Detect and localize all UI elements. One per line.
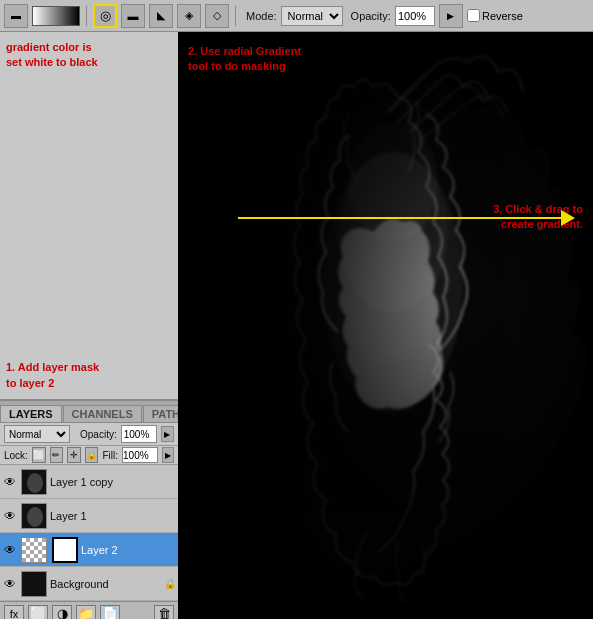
layer-delete-btn[interactable]: 🗑 (154, 605, 174, 620)
opacity-input-layers[interactable] (121, 425, 157, 443)
layer-name-1-copy: Layer 1 copy (50, 476, 176, 488)
layer-fx-btn[interactable]: fx (4, 605, 24, 620)
opacity-arrow[interactable]: ▶ (439, 4, 463, 28)
separator-1 (86, 6, 87, 26)
svg-point-0 (27, 473, 43, 493)
annotation-top-left: gradient color isset white to black (6, 40, 98, 71)
layer-row-background[interactable]: 👁 Background 🔒 (0, 567, 178, 601)
lock-position-btn[interactable]: ✛ (67, 447, 81, 463)
fill-input[interactable] (122, 447, 158, 463)
layer-eye-1[interactable]: 👁 (2, 508, 18, 524)
fill-label: Fill: (102, 450, 118, 461)
canvas-image: 2. Use radial Gradienttool to do masking… (178, 32, 593, 619)
layer-adjustment-btn[interactable]: ◑ (52, 605, 72, 620)
reverse-checkbox[interactable] (467, 9, 480, 22)
layer-thumb-2 (21, 537, 47, 563)
annotation-top-left-text: gradient color isset white to black (6, 41, 98, 68)
opacity-input[interactable] (395, 6, 435, 26)
layers-tabs: LAYERS CHANNELS PATHS ≡ (0, 401, 178, 423)
fill-arrow[interactable]: ▶ (162, 447, 174, 463)
layer-eye-1-copy[interactable]: 👁 (2, 474, 18, 490)
reflected-gradient-btn[interactable]: ◈ (177, 4, 201, 28)
lock-row: Lock: ⬜ ✏ ✛ 🔒 Fill: ▶ (0, 446, 178, 465)
gradient-color-preview[interactable] (32, 6, 80, 26)
canvas-area: 2. Use radial Gradienttool to do masking… (178, 32, 593, 619)
opacity-label: Opacity: (351, 10, 391, 22)
lock-all-btn[interactable]: 🔒 (85, 447, 99, 463)
layers-bottom-toolbar: fx ⬜ ◑ 📁 📄 🗑 (0, 601, 178, 619)
annotation-bottom-left: 1. Add layer maskto layer 2 (6, 360, 99, 391)
linear-gradient-btn[interactable]: ▬ (121, 4, 145, 28)
layer-eye-2[interactable]: 👁 (2, 542, 18, 558)
layer-thumb-1 (21, 503, 47, 529)
yellow-arrow-container (238, 210, 575, 226)
layer-mask-2 (52, 537, 78, 563)
canvas-annotation-top-text: 2. Use radial Gradienttool to do masking (188, 45, 301, 72)
layer-name-bg: Background (50, 578, 161, 590)
layer-new-btn[interactable]: 📄 (100, 605, 120, 620)
layer-name-1: Layer 1 (50, 510, 176, 522)
yellow-arrow-head (561, 210, 575, 226)
reverse-text: Reverse (482, 10, 523, 22)
layer-thumb-bg (21, 571, 47, 597)
lock-image-btn[interactable]: ✏ (50, 447, 64, 463)
mode-label: Mode: (246, 10, 277, 22)
opacity-arrow-layers[interactable]: ▶ (161, 426, 174, 442)
main-area: gradient color isset white to black 1. A… (0, 32, 593, 619)
layers-panel: LAYERS CHANNELS PATHS ≡ Normal Opacity: … (0, 399, 178, 619)
top-toolbar: ▬ ◎ ▬ ◣ ◈ ◇ Mode: Normal Opacity: ▶ Reve… (0, 0, 593, 32)
layer-eye-bg[interactable]: 👁 (2, 576, 18, 592)
canvas-annotation-top: 2. Use radial Gradienttool to do masking (188, 44, 301, 75)
angle-gradient-btn[interactable]: ◣ (149, 4, 173, 28)
lock-icon-bg: 🔒 (164, 578, 176, 589)
lock-transparent-btn[interactable]: ⬜ (32, 447, 46, 463)
yellow-arrow-line (238, 217, 561, 219)
svg-rect-2 (22, 572, 47, 597)
diamond-gradient-btn[interactable]: ◇ (205, 4, 229, 28)
radial-gradient-btn[interactable]: ◎ (93, 4, 117, 28)
layer-thumb-1-copy (21, 469, 47, 495)
separator-2 (235, 6, 236, 26)
mode-select[interactable]: Normal (281, 6, 343, 26)
annotation-bottom-left-text: 1. Add layer maskto layer 2 (6, 361, 99, 388)
layer-row-1[interactable]: 👁 Layer 1 (0, 499, 178, 533)
layer-group-btn[interactable]: 📁 (76, 605, 96, 620)
lock-label: Lock: (4, 450, 28, 461)
layer-name-2: Layer 2 (81, 544, 176, 556)
svg-point-1 (27, 507, 43, 527)
layer-mask-btn[interactable]: ⬜ (28, 605, 48, 620)
left-panel: gradient color isset white to black 1. A… (0, 32, 178, 619)
blend-opacity-controls: Normal Opacity: ▶ (0, 423, 178, 446)
reverse-label[interactable]: Reverse (467, 9, 523, 22)
tab-layers[interactable]: LAYERS (0, 405, 62, 422)
opacity-label-layers: Opacity: (80, 429, 117, 440)
layer-row-1-copy[interactable]: 👁 Layer 1 copy (0, 465, 178, 499)
gradient-type-1[interactable]: ▬ (4, 4, 28, 28)
svg-rect-8 (178, 32, 593, 619)
layer-row-2[interactable]: 👁 Layer 2 (0, 533, 178, 567)
tab-channels[interactable]: CHANNELS (63, 405, 142, 422)
smoke-figure-svg (178, 32, 593, 619)
blend-mode-select[interactable]: Normal (4, 425, 70, 443)
